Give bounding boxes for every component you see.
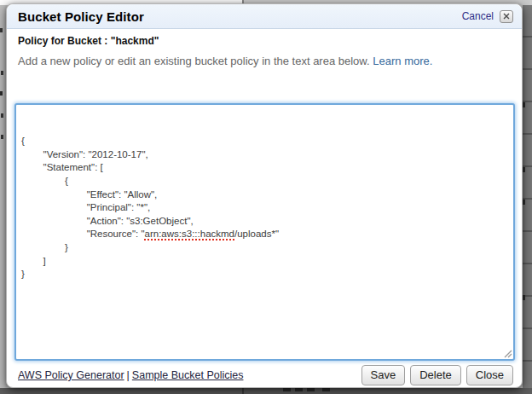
header-actions: Cancel	[462, 10, 513, 23]
close-button[interactable]: Close	[466, 365, 513, 385]
policy-line: "Resource": "arn:aws:s3:::hackmd/uploads…	[21, 228, 508, 241]
background-bottom-divider	[242, 388, 244, 394]
policy-bucket-subtitle: Policy for Bucket : "hackmd"	[18, 35, 512, 47]
misspelled-arn-text: arn:aws:s3:::hackmd	[145, 229, 234, 239]
dialog-title: Bucket Policy Editor	[18, 9, 144, 24]
bucket-policy-editor-dialog: Bucket Policy Editor Cancel Policy for B…	[6, 3, 523, 388]
x-icon	[503, 13, 510, 20]
dialog-description: Add a new policy or edit an existing buc…	[18, 55, 512, 67]
dialog-body: Policy for Bucket : "hackmd" Add a new p…	[7, 29, 522, 361]
policy-line: ]	[21, 255, 508, 269]
dialog-footer: AWS Policy Generator|Sample Bucket Polic…	[7, 361, 522, 385]
background-left-glyph-fragments	[0, 28, 3, 32]
footer-buttons: Save Delete Close	[361, 365, 513, 385]
footer-links: AWS Policy Generator|Sample Bucket Polic…	[18, 369, 243, 381]
background-right-strip	[523, 5, 532, 388]
delete-button[interactable]: Delete	[410, 365, 461, 385]
aws-policy-generator-link[interactable]: AWS Policy Generator	[18, 369, 124, 381]
sample-bucket-policies-link[interactable]: Sample Bucket Policies	[132, 369, 244, 381]
policy-line: {	[21, 175, 508, 188]
cancel-link[interactable]: Cancel	[462, 10, 494, 22]
background-bottom-strip	[0, 388, 532, 394]
policy-line: "Action": "s3:GetObject",	[21, 215, 508, 229]
description-text: Add a new policy or edit an existing buc…	[18, 55, 370, 67]
policy-json-text: { "Version": "2012-10-17", "Statement": …	[21, 135, 508, 281]
policy-line: }	[21, 241, 508, 255]
background-right-glyph-fragments	[523, 102, 525, 107]
policy-line: "Version": "2012-10-17",	[21, 148, 508, 162]
policy-line: {	[21, 135, 508, 148]
background-bottom-glyph-fragments	[283, 388, 291, 391]
policy-line: "Principal": "*",	[21, 201, 508, 215]
dialog-header: Bucket Policy Editor Cancel	[7, 4, 522, 29]
link-separator: |	[127, 369, 130, 381]
policy-line: }	[21, 268, 508, 281]
resize-handle-icon[interactable]	[503, 349, 512, 358]
policy-line: "Effect": "Allow",	[21, 188, 508, 202]
close-icon[interactable]	[500, 10, 513, 23]
policy-line: "Statement": [	[21, 161, 508, 175]
save-button[interactable]: Save	[361, 365, 406, 385]
policy-textarea[interactable]: { "Version": "2012-10-17", "Statement": …	[14, 103, 515, 361]
learn-more-link[interactable]: Learn more.	[373, 55, 432, 67]
